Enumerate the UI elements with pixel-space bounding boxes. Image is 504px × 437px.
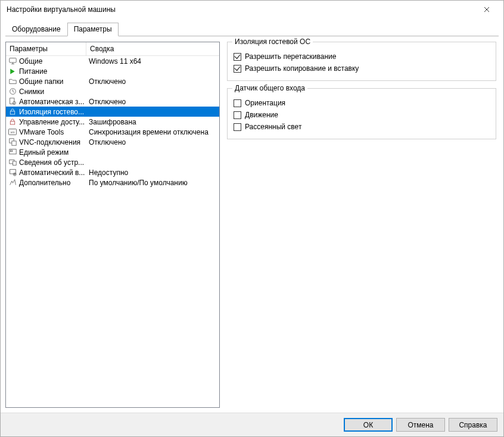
close-icon [484, 7, 490, 13]
device-icon [8, 158, 17, 167]
list-item[interactable]: Питание [6, 66, 219, 76]
help-button[interactable]: Справка [449, 418, 497, 432]
svg-rect-0 [9, 58, 15, 63]
list-item[interactable]: Сведения об устр... [6, 157, 219, 167]
svg-rect-13 [13, 161, 16, 166]
tab-bar: Оборудование Параметры [1, 18, 503, 36]
options-list[interactable]: ОбщиеWindows 11 x64ПитаниеОбщие папкиОтк… [6, 56, 219, 407]
list-item[interactable]: Управление досту...Зашифрована [6, 117, 219, 127]
group-isolation-legend: Изоляция гостевой ОС [232, 38, 313, 46]
checkbox-allow-drag[interactable]: Разрешить перетаскивание [234, 51, 490, 63]
list-item-summary: По умолчанию/По умолчанию [86, 179, 219, 187]
close-button[interactable] [475, 1, 499, 18]
checkbox-ambient-light[interactable]: Рассеянный свет [234, 121, 490, 133]
list-item-name: Управление досту... [19, 118, 85, 126]
titlebar: Настройки виртуальной машины [1, 1, 503, 18]
list-item[interactable]: ОбщиеWindows 11 x64 [6, 56, 219, 66]
ok-button[interactable]: ОК [344, 418, 393, 432]
list-item-summary: Windows 11 x64 [86, 57, 219, 65]
list-item-summary: Отключено [86, 138, 219, 146]
group-sensor-legend: Датчик общего входа [232, 84, 307, 92]
group-isolation: Изоляция гостевой ОС Разрешить перетаски… [227, 42, 496, 81]
list-item-summary: Отключено [86, 98, 219, 106]
list-header: Параметры Сводка [6, 42, 219, 56]
list-item-name: Единый режим [19, 148, 69, 157]
list-item[interactable]: ДополнительноПо умолчанию/По умолчанию [6, 177, 219, 188]
checkbox-label: Рассеянный свет [245, 123, 301, 131]
tab-hardware[interactable]: Оборудование [5, 23, 67, 36]
auto-icon [8, 168, 17, 177]
list-item-name: VNC-подключения [19, 138, 80, 146]
checkbox-icon [234, 99, 241, 107]
list-item-name: Автоматическая з... [19, 98, 84, 106]
checkbox-motion[interactable]: Движение [234, 109, 490, 121]
options-list-pane: Параметры Сводка ОбщиеWindows 11 x64Пита… [5, 42, 220, 408]
checkbox-orientation[interactable]: Ориентация [234, 97, 490, 109]
checkbox-allow-copy-paste[interactable]: Разрешить копирование и вставку [234, 63, 490, 74]
list-item-name: Изоляция гостево... [19, 108, 84, 116]
window-title: Настройки виртуальной машины [7, 5, 475, 14]
cancel-button[interactable]: Отмена [396, 418, 445, 432]
clock-icon [8, 88, 17, 96]
list-item[interactable]: VNC-подключенияОтключено [6, 137, 219, 147]
list-item-name: Дополнительно [19, 179, 70, 187]
group-sensor: Датчик общего входа Ориентация Движение … [227, 88, 496, 139]
checkbox-label: Движение [245, 111, 278, 119]
checkbox-icon [234, 123, 241, 131]
list-item-name: Общие [19, 57, 42, 65]
vnc-icon [8, 138, 17, 146]
folder-icon [8, 77, 17, 86]
vmw-icon: vm [8, 128, 17, 136]
list-item-name: Автоматический в... [19, 168, 85, 177]
doc-gear-icon [8, 98, 17, 106]
list-item[interactable]: Автоматический в...Недоступно [6, 167, 219, 177]
content-area: Параметры Сводка ОбщиеWindows 11 x64Пита… [1, 37, 503, 413]
list-item-summary: Зашифрована [86, 118, 219, 126]
svg-text:vm: vm [11, 130, 15, 134]
monitor-icon [8, 57, 17, 65]
list-item[interactable]: Общие папкиОтключено [6, 76, 219, 86]
list-item-summary: Синхронизация времени отключена [86, 128, 219, 136]
checkbox-icon [234, 111, 241, 119]
list-item[interactable]: Единый режим [6, 147, 219, 157]
checkbox-label: Ориентация [245, 99, 285, 107]
column-header-summary[interactable]: Сводка [86, 42, 219, 55]
column-header-name[interactable]: Параметры [6, 42, 86, 55]
checkbox-icon [234, 53, 241, 61]
list-item[interactable]: Снимки [6, 86, 219, 96]
checkbox-label: Разрешить перетаскивание [245, 52, 336, 61]
svg-rect-2 [10, 98, 14, 104]
checkbox-label: Разрешить копирование и вставку [245, 64, 359, 73]
svg-rect-4 [10, 111, 15, 114]
list-item-name: VMware Tools [19, 128, 64, 136]
play-icon [8, 67, 17, 76]
list-item-summary: Недоступно [86, 168, 219, 177]
tab-options[interactable]: Параметры [67, 23, 119, 36]
list-item[interactable]: vmVMware ToolsСинхронизация времени откл… [6, 127, 219, 137]
vm-settings-window: Настройки виртуальной машины Оборудовани… [0, 0, 504, 437]
lock-red-icon [8, 118, 17, 126]
details-pane: Изоляция гостевой ОС Разрешить перетаски… [225, 42, 499, 408]
list-item-summary: Отключено [86, 77, 219, 86]
list-item-name: Общие папки [19, 77, 63, 86]
svg-rect-5 [10, 121, 15, 124]
list-item-name: Питание [19, 67, 47, 76]
svg-rect-9 [11, 141, 15, 145]
list-item[interactable]: Автоматическая з...Отключено [6, 96, 219, 107]
list-item[interactable]: Изоляция гостево... [6, 107, 219, 117]
svg-rect-11 [10, 150, 12, 151]
list-item-name: Снимки [19, 88, 44, 96]
svg-rect-14 [10, 170, 15, 174]
lock-icon [8, 108, 17, 116]
adv-icon [8, 179, 17, 187]
dialog-footer: ОК Отмена Справка [1, 413, 503, 436]
list-item-name: Сведения об устр... [19, 158, 84, 167]
unity-icon [8, 148, 17, 157]
checkbox-icon [234, 65, 241, 73]
